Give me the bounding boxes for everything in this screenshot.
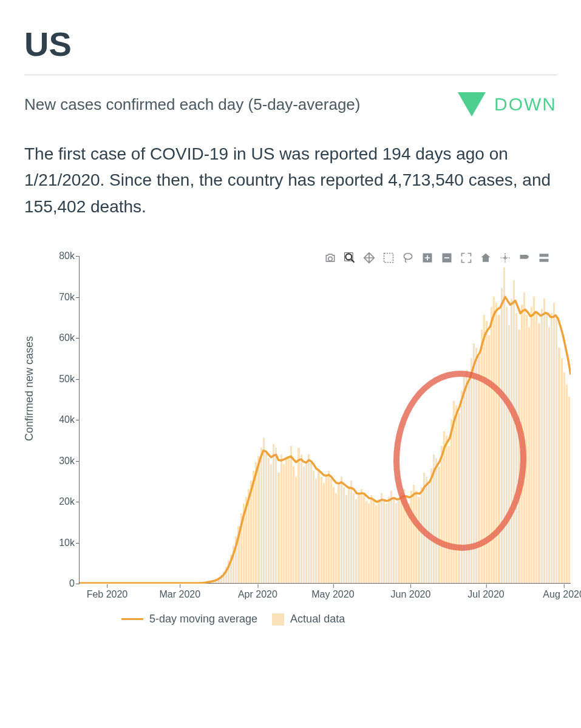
bar bbox=[488, 335, 490, 583]
bar bbox=[208, 582, 209, 583]
bar bbox=[255, 462, 257, 583]
bar bbox=[381, 493, 382, 584]
bar bbox=[528, 327, 530, 583]
bar bbox=[558, 348, 560, 583]
bar bbox=[390, 491, 392, 583]
bar-layer bbox=[80, 256, 571, 583]
bar bbox=[378, 499, 379, 583]
bar bbox=[501, 288, 503, 583]
bar bbox=[546, 313, 548, 584]
bar bbox=[463, 376, 465, 583]
bar bbox=[270, 464, 272, 583]
bar bbox=[438, 467, 440, 583]
plot-area[interactable]: 010k20k30k40k50k60k70k80kFeb 2020Mar 202… bbox=[79, 256, 571, 584]
bar bbox=[518, 329, 520, 584]
y-tick: 20k bbox=[44, 496, 75, 507]
bar bbox=[273, 444, 274, 584]
bar bbox=[338, 483, 339, 583]
legend-item-actual[interactable]: Actual data bbox=[272, 613, 345, 625]
bar bbox=[240, 513, 242, 583]
bar bbox=[423, 473, 425, 583]
bar bbox=[508, 325, 510, 583]
bar bbox=[531, 307, 532, 584]
bar bbox=[535, 311, 537, 583]
bar bbox=[543, 298, 545, 583]
bar bbox=[453, 401, 455, 583]
bar bbox=[353, 493, 355, 584]
bar bbox=[257, 456, 259, 583]
bar bbox=[446, 436, 447, 583]
bar bbox=[265, 452, 267, 583]
legend: 5-day moving average Actual data bbox=[121, 613, 557, 625]
bar bbox=[308, 454, 310, 584]
bar bbox=[310, 460, 312, 584]
chart-subtitle: New cases confirmed each day (5-day-aver… bbox=[24, 95, 360, 114]
bar bbox=[413, 485, 415, 583]
bar bbox=[235, 536, 237, 584]
bar bbox=[430, 468, 432, 583]
legend-item-avg[interactable]: 5-day moving average bbox=[121, 613, 257, 625]
bar bbox=[563, 372, 565, 584]
y-tick: 30k bbox=[44, 456, 75, 467]
bar bbox=[280, 454, 282, 584]
bar bbox=[237, 526, 239, 584]
bar bbox=[358, 493, 359, 584]
bar bbox=[450, 419, 452, 583]
y-tick: 50k bbox=[44, 374, 75, 385]
bar bbox=[526, 315, 528, 583]
bar bbox=[461, 391, 463, 583]
x-tick: Feb 2020 bbox=[87, 589, 128, 600]
bar bbox=[523, 292, 525, 583]
bar bbox=[383, 499, 385, 583]
y-tick: 0 bbox=[44, 578, 75, 589]
bar bbox=[293, 467, 294, 583]
bar bbox=[220, 575, 222, 583]
x-tick: Apr 2020 bbox=[238, 589, 277, 600]
bar bbox=[466, 370, 467, 583]
y-tick: 80k bbox=[44, 251, 75, 261]
bar bbox=[212, 581, 214, 583]
y-tick: 10k bbox=[44, 538, 75, 548]
bar bbox=[426, 477, 427, 584]
bar bbox=[548, 327, 550, 583]
bar bbox=[325, 474, 327, 583]
bar bbox=[388, 497, 390, 583]
bar bbox=[538, 323, 540, 584]
bar bbox=[223, 571, 225, 583]
x-tick: Jul 2020 bbox=[467, 589, 505, 600]
bar bbox=[363, 495, 365, 583]
bar bbox=[410, 491, 412, 583]
bar bbox=[491, 307, 492, 584]
bar bbox=[290, 446, 292, 583]
bar bbox=[498, 315, 500, 583]
bar bbox=[428, 485, 430, 583]
bar bbox=[418, 497, 420, 583]
bar bbox=[343, 487, 345, 584]
bar bbox=[277, 473, 279, 583]
y-tick: 70k bbox=[44, 292, 75, 303]
bar bbox=[473, 343, 475, 583]
bar bbox=[250, 480, 252, 583]
bar bbox=[533, 297, 535, 584]
bar bbox=[370, 495, 372, 583]
bar bbox=[330, 479, 332, 583]
bar bbox=[268, 458, 270, 583]
legend-actual-label: Actual data bbox=[290, 613, 345, 625]
bar bbox=[421, 487, 423, 584]
bar bbox=[455, 405, 457, 584]
x-tick: May 2020 bbox=[311, 589, 354, 600]
bar bbox=[511, 298, 512, 583]
bar bbox=[315, 479, 317, 583]
bar bbox=[283, 464, 285, 583]
y-tick: 60k bbox=[44, 332, 75, 343]
bar bbox=[263, 438, 265, 584]
x-tick: Mar 2020 bbox=[160, 589, 201, 600]
bar bbox=[503, 268, 505, 583]
bar bbox=[478, 356, 480, 584]
bar bbox=[361, 489, 362, 583]
bar bbox=[406, 495, 407, 583]
bar bbox=[513, 280, 515, 584]
page-title: US bbox=[24, 24, 557, 64]
bar bbox=[260, 448, 262, 583]
bar bbox=[217, 578, 219, 583]
